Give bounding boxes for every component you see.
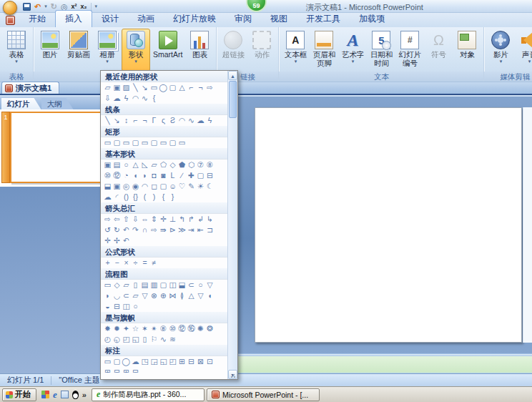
shape-option[interactable]: ⊞ [103, 368, 112, 373]
shape-option[interactable]: ◱ [159, 357, 168, 366]
ribbon-tab[interactable]: 开始 [19, 11, 55, 27]
shape-option[interactable]: ⑧ [205, 160, 215, 170]
shape-option[interactable]: ⑫ [112, 171, 122, 180]
shape-option[interactable]: ✦ [122, 324, 131, 333]
shape-option[interactable]: { [149, 94, 159, 103]
shape-option[interactable]: ∩ [140, 225, 149, 235]
document-tab[interactable]: 演示文稿1 [1, 82, 59, 94]
shape-option[interactable]: {} [131, 192, 140, 202]
shape-option[interactable]: ↱ [187, 215, 196, 224]
shape-option[interactable]: ⊳ [168, 225, 177, 235]
ribbon-button[interactable]: 对象 [453, 29, 481, 72]
shape-option[interactable]: ╲ [131, 83, 140, 92]
shape-option[interactable]: ⇧ [122, 215, 131, 224]
shape-option[interactable]: ♡ [177, 182, 187, 191]
show-desktop-icon[interactable] [61, 391, 69, 398]
shape-option[interactable]: Ƨ [168, 116, 177, 125]
shape-option[interactable]: ⑯ [187, 324, 196, 333]
shape-option[interactable]: ◠ [140, 182, 149, 191]
slide-thumbnail[interactable] [10, 112, 103, 183]
shape-option[interactable]: ◫ [122, 302, 131, 311]
tab-outline[interactable]: 大纲 [41, 98, 74, 109]
shape-option[interactable]: ◺ [140, 160, 149, 170]
shape-option[interactable]: ⊞ [122, 368, 131, 373]
shape-option[interactable]: ▢ [159, 182, 168, 191]
shape-option[interactable]: ◜ [112, 192, 122, 202]
shape-option[interactable]: ⊠ [196, 357, 205, 366]
shape-option[interactable]: ▣ [103, 160, 112, 170]
shape-option[interactable]: ▭ [177, 138, 187, 147]
ribbon-tab[interactable]: 幻灯片放映 [164, 11, 225, 27]
shape-option[interactable]: ◖ [131, 171, 140, 180]
shape-option[interactable]: ⇦ [112, 215, 122, 224]
shape-option[interactable]: ▽ [140, 291, 149, 300]
shape-option[interactable]: ✶ [140, 324, 149, 333]
ribbon-tab[interactable]: 视图 [261, 11, 297, 27]
shape-option[interactable]: ↲ [196, 215, 205, 224]
shape-option[interactable]: ⑩ [168, 324, 177, 333]
ribbon-button[interactable]: 页眉和页脚 [310, 29, 338, 72]
shape-option[interactable]: ▭ [103, 280, 112, 290]
vertical-scrollbar[interactable] [523, 107, 532, 343]
shape-option[interactable]: ▨ [122, 83, 131, 92]
ribbon-button[interactable]: 5日期和时间 [367, 29, 395, 72]
ribbon-tab[interactable]: 动画 [128, 11, 164, 27]
shape-option[interactable]: ▤ [140, 280, 149, 290]
shape-option[interactable]: ⑫ [177, 324, 187, 333]
shape-option[interactable]: ▭ [149, 83, 159, 92]
taskbar-button[interactable]: Microsoft PowerPoint - [... [207, 388, 320, 401]
shape-option[interactable]: ◒ [103, 302, 112, 311]
shape-option[interactable]: ÷ [131, 258, 140, 268]
shape-option[interactable]: ↺ [103, 225, 112, 235]
shape-option[interactable]: ⊂ [122, 291, 131, 300]
ribbon-tab[interactable]: 开发工具 [297, 11, 350, 27]
shape-option[interactable]: ▽ [196, 291, 205, 300]
shape-option[interactable]: ⇔ [140, 215, 149, 224]
shape-option[interactable]: ⇛ [159, 225, 168, 235]
shape-option[interactable]: ▱ [122, 280, 131, 290]
shape-option[interactable]: ▣ [112, 182, 122, 191]
scrollbar-thumb[interactable] [229, 81, 237, 118]
shape-option[interactable]: { [159, 192, 168, 202]
shape-option[interactable]: ○ [122, 160, 131, 170]
shape-option[interactable]: ⇩ [131, 215, 140, 224]
save-icon[interactable] [23, 3, 31, 11]
shape-option[interactable]: ⑧ [159, 324, 168, 333]
shape-option[interactable]: ⬟ [177, 160, 187, 170]
shape-option[interactable]: ▢ [149, 138, 159, 147]
shape-option[interactable]: ϟ [122, 94, 131, 103]
shape-option[interactable]: ☀ [196, 182, 205, 191]
shape-option[interactable]: ◰ [168, 357, 177, 366]
shape-option[interactable]: ◔ [122, 171, 131, 180]
shape-option[interactable]: ≠ [149, 258, 159, 268]
shape-option[interactable]: ◵ [112, 335, 122, 344]
shape-option[interactable]: ) [149, 192, 159, 202]
shape-option[interactable]: ◳ [140, 357, 149, 366]
shape-option[interactable]: } [168, 192, 177, 202]
shape-option[interactable]: ✛ [159, 215, 168, 224]
ribbon-button[interactable]: 形状▾ [122, 29, 150, 72]
ribbon-button[interactable]: 剪贴画 [64, 29, 93, 72]
scroll-up-icon[interactable]: ▲ [228, 71, 237, 80]
shape-option[interactable]: ◇ [168, 160, 177, 170]
shape-option[interactable]: ✢ [112, 236, 122, 245]
shape-option[interactable]: ╲ [103, 116, 112, 125]
shape-option[interactable]: () [122, 192, 131, 202]
shape-option[interactable]: ( [140, 192, 149, 202]
shape-option[interactable]: ↷ [131, 225, 140, 235]
shape-option[interactable]: ↻ [112, 225, 122, 235]
shape-option[interactable]: ⬡ [187, 160, 196, 170]
shape-option[interactable]: ▢ [131, 138, 140, 147]
ribbon-button[interactable]: 图片 [36, 29, 64, 72]
shape-option[interactable]: ▤ [112, 160, 122, 170]
shape-option[interactable]: ▢ [112, 138, 122, 147]
qq-icon[interactable] [72, 391, 79, 399]
shape-option[interactable]: ◰ [122, 335, 131, 344]
shape-option[interactable]: − [112, 258, 122, 268]
ribbon-button[interactable]: 表格▾ [2, 29, 31, 72]
app-grid-icon[interactable] [41, 391, 49, 398]
shape-option[interactable]: ⌐ [187, 83, 196, 92]
shape-option[interactable]: ✴ [149, 324, 159, 333]
shape-option[interactable]: ◘ [149, 171, 159, 180]
shape-option[interactable]: ⑩ [103, 171, 112, 180]
